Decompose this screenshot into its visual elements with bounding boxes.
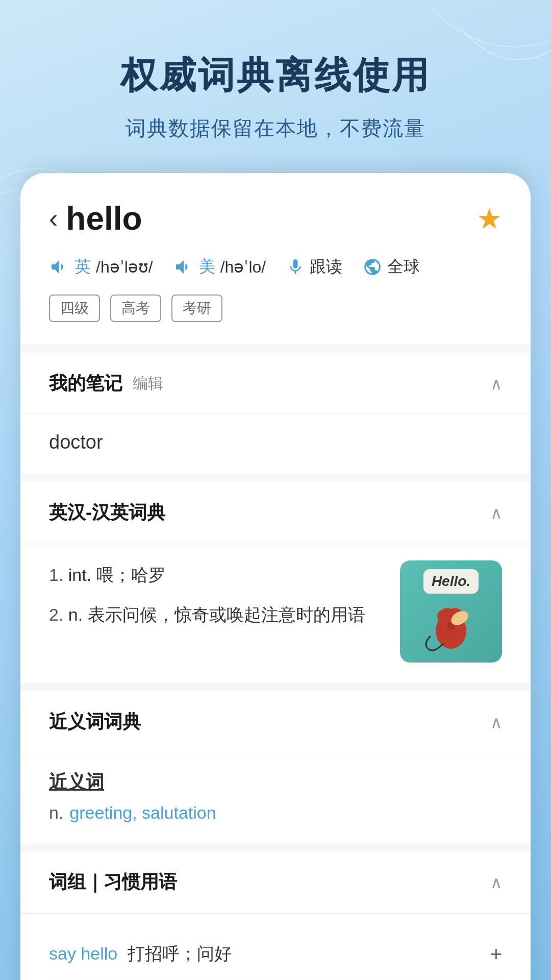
global-label: 全球	[387, 256, 420, 278]
synonyms-section-header: 近义词词典 ∧	[20, 691, 531, 753]
dictionary-card: ‹ hello ★ 英 /həˈləʊ/ 美 /həˈlo/	[20, 173, 531, 980]
favorite-star-icon[interactable]: ★	[477, 202, 502, 235]
tag-cet4: 四级	[49, 295, 100, 322]
phrase-1-meaning: 打招呼；问好	[128, 942, 232, 966]
phrase-item-1: say hello 打招呼；问好 +	[49, 930, 502, 978]
phrases-section: 词组｜习惯用语 ∧ say hello 打招呼；问好 + hello every…	[20, 851, 531, 980]
notes-edit-button[interactable]: 编辑	[133, 373, 163, 394]
notes-section-header: 我的笔记 编辑 ∧	[20, 353, 531, 415]
synonyms-section: 近义词词典 ∧ 近义词 n. greeting, salutation	[20, 691, 531, 843]
tag-gaokao: 高考	[110, 295, 161, 322]
dict-entry-1: 1. int. 喂；哈罗	[49, 560, 384, 590]
dictionary-section: 英汉-汉英词典 ∧ 1. int. 喂；哈罗 2. n. 表示问候，惊奇或唤起注…	[20, 482, 531, 683]
entry-1-pos: int.	[68, 565, 91, 584]
entry-2-text: 表示问候，惊奇或唤起注意时的用语	[88, 605, 365, 624]
read-along-button[interactable]: 跟读	[286, 256, 342, 278]
synonyms-content: 近义词 n. greeting, salutation	[20, 753, 531, 843]
hello-dictionary-image: Hello.	[400, 560, 502, 663]
entry-2-pos: n.	[68, 605, 83, 624]
phrases-title: 词组｜习惯用语	[49, 870, 177, 895]
american-label: 美	[199, 256, 215, 278]
mic-icon	[286, 258, 305, 276]
hello-img-label: Hello.	[423, 569, 479, 594]
notes-title: 我的笔记	[49, 371, 122, 396]
speaker-british-icon	[49, 257, 69, 277]
phrase-1-add-icon[interactable]: +	[490, 943, 502, 966]
phrase-1-word[interactable]: say hello	[49, 944, 117, 964]
hero-title: 权威词典离线使用	[31, 51, 520, 100]
synonyms-title: 近义词词典	[49, 709, 141, 734]
card-header: ‹ hello ★ 英 /həˈləʊ/ 美 /həˈlo/	[20, 173, 531, 345]
tag-yansheng: 考研	[171, 295, 222, 322]
dictionary-collapse-icon[interactable]: ∧	[490, 503, 502, 523]
back-button[interactable]: ‹	[49, 205, 58, 232]
phonetics-row: 英 /həˈləʊ/ 美 /həˈlo/ 跟读	[49, 256, 502, 278]
speaker-american-icon	[173, 257, 194, 277]
british-label: 英	[74, 256, 91, 278]
syn-row: n. greeting, salutation	[49, 803, 502, 823]
word-row: ‹ hello ★	[49, 200, 502, 237]
phrase-1-left: say hello 打招呼；问好	[49, 942, 232, 966]
main-word: hello	[66, 200, 142, 237]
syn-subtitle: 近义词	[49, 770, 502, 795]
notes-section: 我的笔记 编辑 ∧ doctor	[20, 353, 531, 474]
synonyms-collapse-icon[interactable]: ∧	[490, 713, 502, 732]
phrases-collapse-icon[interactable]: ∧	[490, 873, 502, 892]
phrases-section-header: 词组｜习惯用语 ∧	[20, 851, 531, 914]
british-ipa: /həˈləʊ/	[96, 257, 153, 277]
notes-content: doctor	[20, 415, 531, 474]
phrases-content: say hello 打招呼；问好 + hello everyone 大家好	[20, 914, 531, 980]
entry-2-num: 2.	[49, 605, 63, 624]
dictionary-title: 英汉-汉英词典	[49, 500, 165, 525]
dict-entry-2: 2. n. 表示问候，惊奇或唤起注意时的用语	[49, 600, 384, 630]
note-word-text: doctor	[49, 431, 103, 453]
notes-collapse-icon[interactable]: ∧	[490, 374, 502, 394]
hero-section: 权威词典离线使用 词典数据保留在本地，不费流量	[0, 0, 551, 173]
dictionary-entries: 1. int. 喂；哈罗 2. n. 表示问候，惊奇或唤起注意时的用语 Hell…	[20, 544, 531, 683]
syn-pos: n.	[49, 803, 63, 823]
word-left: ‹ hello	[49, 200, 142, 237]
american-ipa: /həˈlo/	[220, 257, 266, 277]
tags-row: 四级 高考 考研	[49, 295, 502, 322]
global-button[interactable]: 全球	[363, 256, 420, 278]
hero-subtitle: 词典数据保留在本地，不费流量	[31, 114, 520, 142]
telephone-image	[423, 598, 479, 654]
read-along-label: 跟读	[310, 256, 342, 278]
entry-1-num: 1.	[49, 565, 63, 584]
dictionary-section-header: 英汉-汉英词典 ∧	[20, 482, 531, 544]
dict-text-area: 1. int. 喂；哈罗 2. n. 表示问候，惊奇或唤起注意时的用语	[49, 560, 384, 663]
entry-1-text: 喂；哈罗	[96, 565, 166, 584]
syn-words[interactable]: greeting, salutation	[69, 803, 216, 823]
british-phonetic[interactable]: 英 /həˈləʊ/	[49, 256, 153, 278]
american-phonetic[interactable]: 美 /həˈlo/	[173, 256, 266, 278]
global-icon	[363, 257, 382, 277]
